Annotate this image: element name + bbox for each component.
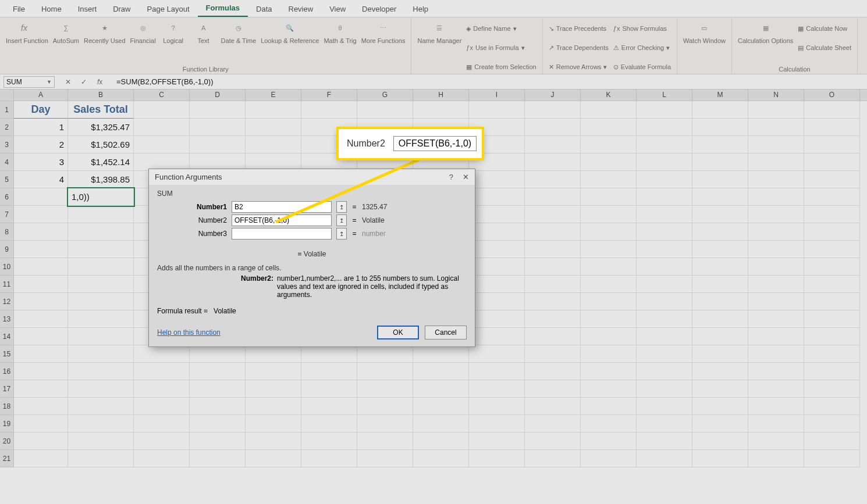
row-header[interactable]: 11 [0, 276, 14, 293]
cell-B11[interactable] [68, 276, 134, 293]
tab-help[interactable]: Help [404, 1, 436, 17]
cell-K15[interactable] [581, 345, 637, 363]
cell-F15[interactable] [301, 345, 357, 363]
calculate-sheet-button[interactable]: ▤Calculate Sheet [798, 39, 851, 56]
cell-I6[interactable] [469, 188, 525, 206]
formula-input[interactable] [113, 77, 867, 86]
cell-K18[interactable] [581, 398, 637, 415]
more-functions-button[interactable]: ⋯More Functions [361, 20, 406, 44]
cell-J10[interactable] [525, 258, 581, 276]
cell-N1[interactable] [748, 101, 804, 119]
cell-N14[interactable] [748, 328, 804, 345]
cell-J20[interactable] [525, 432, 581, 450]
cell-N21[interactable] [748, 450, 804, 467]
cell-J14[interactable] [525, 328, 581, 345]
cell-K5[interactable] [581, 171, 637, 188]
row-header[interactable]: 7 [0, 206, 14, 223]
row-header[interactable]: 1 [0, 101, 14, 119]
row-header[interactable]: 12 [0, 293, 14, 310]
cell-K21[interactable] [581, 450, 637, 467]
collapse-dialog-icon[interactable]: ↥ [336, 201, 347, 213]
cell-L20[interactable] [637, 432, 692, 450]
arg-input-3[interactable] [232, 228, 332, 240]
cell-B21[interactable] [68, 450, 134, 467]
cell-I20[interactable] [469, 432, 525, 450]
collapse-dialog-icon[interactable]: ↥ [336, 215, 347, 226]
cell-N16[interactable] [748, 363, 804, 380]
cell-C16[interactable] [134, 363, 190, 380]
cell-K19[interactable] [581, 415, 637, 432]
cell-L6[interactable] [637, 188, 692, 206]
cell-O13[interactable] [804, 310, 860, 328]
cell-G18[interactable] [357, 398, 413, 415]
cell-C1[interactable] [134, 101, 190, 119]
col-header-B[interactable]: B [68, 90, 134, 101]
cell-A9[interactable] [14, 241, 68, 258]
cell-O11[interactable] [804, 276, 860, 293]
cell-A21[interactable] [14, 450, 68, 467]
cell-M4[interactable] [692, 153, 748, 171]
row-header[interactable]: 10 [0, 258, 14, 276]
col-header-I[interactable]: I [469, 90, 525, 101]
cell-L7[interactable] [637, 206, 692, 223]
cell-H21[interactable] [413, 450, 469, 467]
cell-M11[interactable] [692, 276, 748, 293]
error-checking-button[interactable]: ⚠Error Checking▾ [613, 39, 671, 56]
cell-B10[interactable] [68, 258, 134, 276]
cell-O21[interactable] [804, 450, 860, 467]
cell-D19[interactable] [190, 415, 246, 432]
cell-A1[interactable]: Day [14, 101, 68, 119]
cell-G21[interactable] [357, 450, 413, 467]
cell-A4[interactable]: 3 [14, 153, 68, 171]
cell-G15[interactable] [357, 345, 413, 363]
row-header[interactable]: 9 [0, 241, 14, 258]
col-header-J[interactable]: J [525, 90, 581, 101]
cell-L8[interactable] [637, 223, 692, 241]
cell-N10[interactable] [748, 258, 804, 276]
cell-O12[interactable] [804, 293, 860, 310]
cell-I13[interactable] [469, 310, 525, 328]
cell-L2[interactable] [637, 119, 692, 136]
cell-C21[interactable] [134, 450, 190, 467]
cell-D17[interactable] [190, 380, 246, 398]
cell-M13[interactable] [692, 310, 748, 328]
cell-J21[interactable] [525, 450, 581, 467]
cell-N2[interactable] [748, 119, 804, 136]
row-header[interactable]: 18 [0, 398, 14, 415]
cell-K14[interactable] [581, 328, 637, 345]
cell-F16[interactable] [301, 363, 357, 380]
cell-K8[interactable] [581, 223, 637, 241]
cell-E1[interactable] [246, 101, 301, 119]
cell-G1[interactable] [357, 101, 413, 119]
cell-C3[interactable] [134, 136, 190, 153]
cell-J18[interactable] [525, 398, 581, 415]
cell-H18[interactable] [413, 398, 469, 415]
cell-B5[interactable]: $1,398.85 [68, 171, 134, 188]
cancel-icon[interactable]: ✕ [65, 78, 71, 86]
cell-L13[interactable] [637, 310, 692, 328]
cell-K13[interactable] [581, 310, 637, 328]
cell-B20[interactable] [68, 432, 134, 450]
cancel-button[interactable]: Cancel [425, 326, 467, 339]
cell-L18[interactable] [637, 398, 692, 415]
cell-A6[interactable] [14, 188, 68, 206]
cell-B19[interactable] [68, 415, 134, 432]
col-header-N[interactable]: N [748, 90, 804, 101]
row-header[interactable]: 15 [0, 345, 14, 363]
cell-B4[interactable]: $1,452.14 [68, 153, 134, 171]
cell-D18[interactable] [190, 398, 246, 415]
col-header-A[interactable]: A [14, 90, 68, 101]
cell-J1[interactable] [525, 101, 581, 119]
cell-D15[interactable] [190, 345, 246, 363]
cell-I1[interactable] [469, 101, 525, 119]
cell-F20[interactable] [301, 432, 357, 450]
cell-K10[interactable] [581, 258, 637, 276]
tab-file[interactable]: File [5, 1, 33, 17]
remove-arrows-button[interactable]: ✕Remove Arrows▾ [549, 58, 609, 76]
cell-I15[interactable] [469, 345, 525, 363]
cell-B17[interactable] [68, 380, 134, 398]
calculation-options-button[interactable]: ▦Calculation Options [738, 20, 793, 44]
cell-K3[interactable] [581, 136, 637, 153]
cell-H16[interactable] [413, 363, 469, 380]
dialog-titlebar[interactable]: Function Arguments ? ✕ [149, 169, 475, 185]
